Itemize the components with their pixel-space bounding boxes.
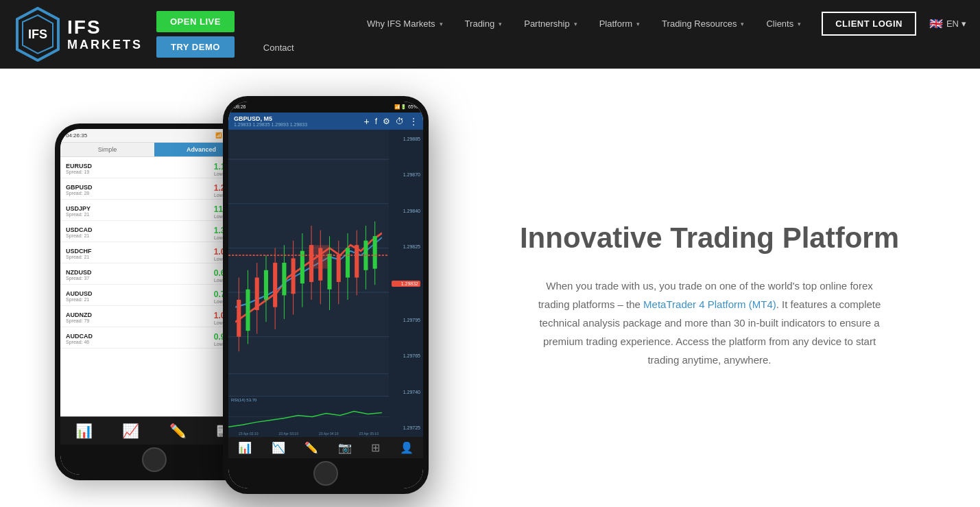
chevron-down-icon: ▾ [636, 21, 640, 27]
hero-section: 04:26:35 📶 🔋 65% Simple Advanced EURUSDS… [0, 69, 980, 507]
flag-icon: 🇬🇧 [929, 19, 944, 29]
menu-icon[interactable]: ⋮ [409, 117, 418, 126]
nav-why-ifs[interactable]: Why IFS Markets ▾ [359, 14, 451, 33]
logo-ifs-text: IFS [67, 17, 143, 38]
symbol-label: GBPUSD, M5 [234, 115, 307, 122]
hero-title: Innovative Trading Platform [480, 221, 939, 255]
hero-description: When you trade with us, you trade on one… [531, 276, 888, 369]
list-item: USDCHFSpread: 21 1.01594Low: 1.01142 [60, 242, 248, 263]
chart-nav-icon[interactable]: 📊 [238, 441, 252, 454]
svg-rect-35 [346, 248, 350, 277]
svg-rect-12 [246, 290, 250, 331]
draw-icon[interactable]: ✏️ [169, 423, 187, 439]
list-item: GBPUSDSpread: 28 1.29866Low: 1.29741 [60, 178, 248, 200]
svg-rect-16 [264, 270, 268, 300]
nav-platform[interactable]: Platform ▾ [591, 14, 648, 33]
navbar: IFS IFS MARKETS OPEN LIVE TRY DEMO Why I… [0, 0, 980, 69]
svg-rect-10 [237, 300, 241, 337]
client-login-button[interactable]: CLIENT LOGIN [822, 12, 916, 36]
plus-icon[interactable]: + [363, 116, 369, 127]
price-axis: 1.29885 1.29870 1.29840 1.29825 1.29832 … [389, 130, 423, 437]
svg-rect-29 [318, 248, 322, 280]
phone-front-screen: 08:26 📶🔋 65% GBPUSD, M5 1.29833 1.29835 … [228, 102, 423, 488]
svg-rect-22 [291, 259, 296, 294]
svg-rect-41 [373, 236, 377, 268]
svg-rect-37 [355, 245, 359, 277]
cta-buttons: OPEN LIVE TRY DEMO [156, 11, 235, 58]
svg-rect-27 [309, 245, 313, 282]
phone-tabs: Simple Advanced [60, 143, 248, 157]
trade-icon[interactable]: 📈 [122, 423, 139, 439]
svg-rect-33 [337, 255, 341, 282]
list-item: AUDUSDSpread: 21 0.71252Low: 0.71216 [60, 285, 248, 306]
svg-rect-18 [273, 263, 277, 307]
list-item: AUDCADSpread: 46 0.95220Low: 0.95076 [60, 327, 248, 349]
nav-contact[interactable]: Contact [255, 38, 302, 57]
person-icon[interactable]: 👤 [400, 441, 414, 454]
navigation: Why IFS Markets ▾ Trading ▾ Partnership … [255, 12, 966, 57]
open-live-button[interactable]: OPEN LIVE [156, 11, 235, 32]
language-selector[interactable]: 🇬🇧 EN ▾ [929, 19, 966, 29]
list-item: NZDUSDSpread: 37 0.66742Low: 0.66884 [60, 263, 248, 285]
svg-rect-14 [255, 278, 259, 310]
mt4-header: GBPUSD, M5 1.29833 1.29835 1.29893 1.298… [228, 113, 423, 130]
phone-back-screen: 04:26:35 📶 🔋 65% Simple Advanced EURUSDS… [60, 129, 248, 475]
chevron-down-icon: ▾ [798, 21, 801, 27]
candlestick-chart [228, 130, 389, 396]
status-time: 04:26:35 [66, 132, 87, 139]
logo[interactable]: IFS IFS MARKETS [14, 7, 143, 62]
svg-rect-20 [282, 263, 286, 295]
phone-mockups: 04:26:35 📶 🔋 65% Simple Advanced EURUSDS… [41, 96, 425, 494]
svg-text:IFS: IFS [28, 27, 47, 41]
nav-bottom-row: Contact [255, 38, 966, 57]
nav-trading[interactable]: Trading ▾ [457, 14, 511, 33]
chart-icon[interactable]: 📊 [75, 423, 93, 439]
front-statusbar: 08:26 📶🔋 65% [228, 102, 423, 113]
rsi-label: RSI(14) 53.70 [231, 398, 256, 402]
nav-clients[interactable]: Clients ▾ [758, 14, 809, 33]
statusbar: 04:26:35 📶 🔋 65% [60, 129, 248, 143]
chevron-down-icon: ▾ [961, 19, 966, 29]
list-item: EURUSDSpread: 19 1.12482Low: 1.12438 [60, 157, 248, 178]
nav-partnership[interactable]: Partnership ▾ [516, 14, 585, 33]
list-item: AUDNZDSpread: 79 1.06708Low: 1.06519 [60, 306, 248, 327]
clock-icon[interactable]: ⏱ [396, 117, 404, 126]
nav-trading-resources[interactable]: Trading Resources ▾ [654, 14, 752, 33]
ohlc-label: 1.29833 1.29835 1.29893 1.29833 [234, 122, 307, 127]
simple-tab[interactable]: Simple [60, 143, 154, 156]
nav-top-row: Why IFS Markets ▾ Trading ▾ Partnership … [255, 12, 966, 36]
mt4-link[interactable]: MetaTrader 4 Platform (MT4) [643, 298, 776, 310]
currency-pairs-list: EURUSDSpread: 19 1.12482Low: 1.12438 GBP… [60, 157, 248, 416]
time-axis: 23 Apr 02:10 23 Apr 03:10 23 Apr 04:10 2… [228, 432, 389, 436]
home-button[interactable] [142, 447, 167, 472]
camera-icon[interactable]: 📷 [338, 441, 352, 454]
list-item: USDJPYSpread: 21 111.699Low: 111.842 [60, 200, 248, 221]
pencil-nav-icon[interactable]: ✏️ [304, 441, 318, 454]
chevron-down-icon: ▾ [741, 21, 744, 27]
list-item: USDCADSpread: 21 1.33652Low: 1.33421 [60, 221, 248, 242]
grid-icon[interactable]: ⊞ [371, 441, 380, 454]
phone-bottom-nav: 📊 📉 ✏️ 📷 ⊞ 👤 [228, 437, 423, 458]
front-home-button[interactable] [313, 461, 338, 486]
chevron-down-icon: ▾ [574, 21, 577, 27]
phone-front-mockup: 08:26 📶🔋 65% GBPUSD, M5 1.29833 1.29835 … [223, 96, 429, 494]
svg-rect-31 [327, 254, 331, 290]
chevron-down-icon: ▾ [499, 21, 502, 27]
bars-icon[interactable]: 📉 [272, 441, 285, 454]
hero-text-area: Innovative Trading Platform When you tra… [425, 221, 939, 368]
try-demo-button[interactable]: TRY DEMO [156, 36, 235, 58]
chevron-down-icon: ▾ [440, 21, 443, 27]
logo-markets-text: MARKETS [67, 38, 143, 52]
oscillator-area: RSI(14) 53.70 23 Apr 02:10 23 Apr 03:10 … [228, 396, 389, 437]
indicator-icon[interactable]: f [375, 117, 377, 126]
settings-icon[interactable]: ⚙ [383, 117, 390, 126]
chart-area: 1.29885 1.29870 1.29840 1.29825 1.29832 … [228, 130, 423, 437]
